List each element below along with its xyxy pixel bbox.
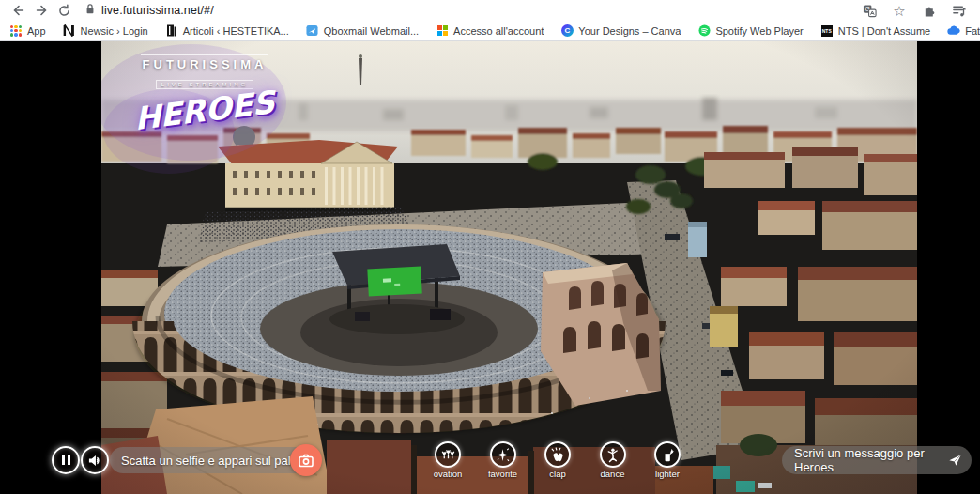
bookmark-label: Your Designs – Canva	[578, 25, 681, 37]
back-icon[interactable]	[8, 2, 30, 19]
reaction-label: ovation	[434, 469, 463, 479]
video-player[interactable]: FUTURISSIMA LIVE STREAMING HEROES	[101, 41, 917, 494]
bookmark-newsic-login[interactable]: Newsic › Login	[63, 24, 148, 38]
url-text[interactable]: live.futurissima.net/#/	[101, 4, 214, 17]
bookmark-qboxmail-webmail[interactable]: Qboxmail Webmail...	[306, 24, 419, 38]
bookmark-label: Newsic › Login	[81, 25, 148, 37]
sparkle-icon	[495, 447, 511, 463]
reaction-label: lighter	[655, 469, 680, 479]
bookmark-label: Qboxmail Webmail...	[324, 25, 419, 37]
volume-button[interactable]	[81, 446, 109, 474]
bookmark-accesso-account[interactable]: Accesso all'account	[436, 24, 544, 38]
playlist-icon[interactable]	[950, 2, 969, 19]
bookmark-fattureincloud[interactable]: FattureInCloud.it	[947, 24, 980, 38]
bookmark-label: NTS | Don't Assume	[838, 25, 931, 37]
ovation-crowd-icon	[440, 447, 456, 463]
google-apps-icon	[9, 24, 23, 38]
send-icon[interactable]	[948, 453, 962, 468]
reaction-ovation[interactable]: ovation	[422, 441, 473, 479]
lock-icon[interactable]	[84, 2, 96, 19]
canva-c-icon: C	[560, 24, 574, 38]
reaction-label: dance	[601, 469, 625, 479]
microsoft-squares-icon	[436, 24, 449, 38]
newsic-n-icon	[63, 24, 76, 38]
pause-icon	[62, 455, 70, 465]
reaction-favorite[interactable]: favorite	[478, 441, 528, 479]
selfie-prompt-text: Scatta un selfie e appari sul palco	[121, 454, 303, 468]
arena-aerial-illustration	[101, 41, 917, 494]
bookmark-label: Articoli ‹ HESTETIKA...	[183, 25, 289, 37]
reload-icon[interactable]	[53, 2, 75, 19]
nts-black-icon: NTS	[820, 24, 834, 38]
bookmarks-bar: App Newsic › Login Articoli ‹ HESTETIKA.…	[0, 21, 980, 41]
bookmark-nts[interactable]: NTS NTS | Don't Assume	[820, 24, 931, 38]
reaction-clap[interactable]: clap	[532, 441, 583, 479]
bookmark-articoli-hestetika[interactable]: Articoli ‹ HESTETIKA...	[165, 24, 289, 38]
extensions-puzzle-icon[interactable]	[920, 2, 939, 19]
clap-hands-icon	[550, 447, 566, 463]
forward-icon[interactable]	[30, 2, 53, 19]
volume-icon	[87, 454, 102, 468]
bookmark-star-icon[interactable]: ☆	[890, 2, 909, 19]
spotify-green-icon	[697, 24, 711, 38]
reaction-label: favorite	[488, 469, 517, 479]
bookmark-label: App	[27, 25, 46, 37]
address-bar-row: live.futurissima.net/#/ G ☆	[0, 0, 980, 21]
browser-chrome: live.futurissima.net/#/ G ☆ App Newsic ›…	[0, 0, 980, 41]
reaction-label: clap	[549, 469, 565, 479]
bookmark-app[interactable]: App	[9, 24, 46, 38]
cloud-blue-icon	[947, 24, 960, 38]
bookmark-label: Accesso all'account	[453, 25, 544, 37]
message-placeholder: Scrivi un messaggio per Heroes	[794, 446, 948, 474]
message-input[interactable]: Scrivi un messaggio per Heroes	[782, 446, 972, 474]
bookmark-label: Spotify Web Player	[715, 25, 803, 37]
reaction-buttons: ovation favorite clap dance	[422, 441, 693, 479]
bookmark-canva-designs[interactable]: C Your Designs – Canva	[560, 24, 681, 38]
reaction-lighter[interactable]: lighter	[642, 441, 693, 479]
selfie-prompt-bar[interactable]: Scatta un selfie e appari sul palco	[110, 447, 313, 473]
hestetika-mark-icon	[165, 24, 178, 38]
camera-button[interactable]	[290, 444, 322, 476]
pause-button[interactable]	[52, 446, 80, 474]
page-content: FUTURISSIMA LIVE STREAMING HEROES Scatta…	[0, 41, 980, 494]
lighter-flame-icon	[660, 447, 676, 463]
translate-icon[interactable]: G	[860, 2, 879, 19]
bookmark-spotify-web-player[interactable]: Spotify Web Player	[697, 24, 803, 38]
dancer-icon	[605, 447, 620, 463]
bookmark-label: FattureInCloud.it	[965, 25, 980, 37]
reaction-dance[interactable]: dance	[588, 441, 638, 479]
qboxmail-blue-icon	[306, 24, 319, 38]
camera-icon	[298, 453, 314, 469]
